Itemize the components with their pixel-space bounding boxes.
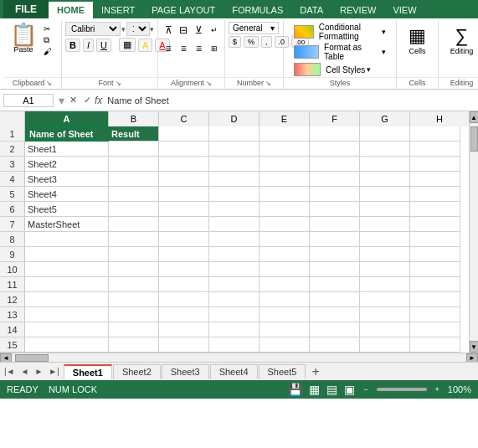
grid-cell[interactable] (310, 126, 360, 142)
col-header-d[interactable]: D (209, 111, 260, 126)
grid-cell[interactable] (209, 172, 260, 187)
grid-cell[interactable] (410, 172, 460, 187)
grid-cell[interactable] (310, 172, 360, 187)
grid-cell[interactable] (159, 187, 209, 202)
clipboard-expand-icon[interactable]: ↘ (46, 80, 52, 87)
grid-cell[interactable] (310, 202, 360, 217)
tab-insert[interactable]: INSERT (93, 2, 143, 18)
grid-cell[interactable] (260, 232, 310, 247)
grid-cell[interactable] (360, 292, 410, 307)
row-number[interactable]: 7 (0, 217, 25, 232)
grid-cell[interactable] (209, 262, 260, 277)
grid-cell[interactable] (159, 277, 209, 292)
wrap-text-button[interactable]: ↵ (208, 22, 221, 39)
cut-button[interactable]: ✂ (42, 23, 54, 34)
grid-cell[interactable] (410, 126, 460, 142)
grid-cell[interactable] (310, 322, 360, 337)
row-number[interactable]: 15 (0, 337, 25, 353)
font-size-select[interactable]: 11 (126, 22, 150, 36)
fill-color-button[interactable]: A (138, 39, 152, 52)
col-header-g[interactable]: G (360, 111, 410, 126)
grid-cell[interactable] (25, 307, 109, 322)
row-number[interactable]: 10 (0, 262, 25, 277)
horizontal-scrollbar[interactable]: ◄ ► (0, 353, 478, 362)
grid-cell[interactable] (310, 187, 360, 202)
grid-cell[interactable] (260, 187, 310, 202)
grid-cell[interactable] (25, 247, 109, 262)
h-scroll-thumb[interactable] (15, 354, 49, 362)
grid-cell[interactable] (410, 157, 460, 172)
grid-cell[interactable] (260, 292, 310, 307)
grid-cell[interactable] (109, 277, 159, 292)
grid-cell[interactable] (209, 307, 260, 322)
grid-cell[interactable] (360, 126, 410, 142)
grid-cell[interactable]: Result (109, 126, 159, 142)
scroll-thumb[interactable] (470, 126, 478, 152)
status-save-icon[interactable]: 💾 (288, 383, 302, 396)
grid-cell[interactable] (410, 142, 460, 157)
grid-cell[interactable] (209, 292, 260, 307)
grid-cell[interactable] (410, 232, 460, 247)
grid-cell[interactable] (159, 142, 209, 157)
grid-cell[interactable]: Sheet3 (25, 172, 109, 187)
grid-cell[interactable] (109, 322, 159, 337)
zoom-out-icon[interactable]: − (363, 385, 367, 394)
align-center-button[interactable]: ≡ (177, 40, 190, 57)
grid-cell[interactable] (310, 337, 360, 353)
grid-cell[interactable] (360, 232, 410, 247)
grid-cell[interactable] (310, 232, 360, 247)
grid-cell[interactable] (25, 277, 109, 292)
grid-cell[interactable] (360, 262, 410, 277)
grid-cell[interactable] (209, 142, 260, 157)
tab-review[interactable]: REVIEW (332, 2, 384, 18)
grid-cell[interactable] (410, 307, 460, 322)
merge-button[interactable]: ⊞ (208, 40, 221, 57)
status-page-layout-icon[interactable]: ▤ (326, 383, 337, 396)
copy-button[interactable]: ⧉ (42, 34, 54, 46)
grid-cell[interactable] (159, 322, 209, 337)
sheet-tab-sheet1[interactable]: Sheet1 (64, 364, 112, 379)
grid-cell[interactable] (109, 262, 159, 277)
row-number[interactable]: 2 (0, 142, 25, 157)
row-number[interactable]: 11 (0, 277, 25, 292)
percent-button[interactable]: % (244, 36, 259, 48)
grid-cell[interactable] (209, 337, 260, 353)
zoom-in-icon[interactable]: + (435, 385, 439, 394)
grid-cell[interactable] (159, 307, 209, 322)
grid-cell[interactable] (410, 337, 460, 353)
grid-cell[interactable] (209, 277, 260, 292)
grid-cell[interactable] (260, 307, 310, 322)
font-size-dropdown-icon[interactable]: ▾ (150, 25, 154, 33)
grid-cell[interactable] (25, 232, 109, 247)
scroll-left-button[interactable]: ◄ (0, 353, 12, 363)
comma-button[interactable]: , (261, 36, 272, 48)
grid-cell[interactable] (109, 292, 159, 307)
col-header-h[interactable]: H (410, 111, 469, 126)
cell-styles-button[interactable]: Cell Styles ▾ (289, 62, 391, 77)
grid-cell[interactable] (310, 307, 360, 322)
alignment-expand-icon[interactable]: ↘ (206, 80, 212, 87)
grid-cell[interactable]: Sheet2 (25, 157, 109, 172)
fat-dropdown-icon[interactable]: ▾ (382, 48, 386, 56)
paste-button[interactable]: 📋 Paste (7, 22, 40, 55)
grid-cell[interactable] (360, 142, 410, 157)
grid-cell[interactable] (410, 322, 460, 337)
cs-dropdown-icon[interactable]: ▾ (367, 65, 371, 74)
grid-cell[interactable] (159, 202, 209, 217)
scroll-up-button[interactable]: ▲ (470, 111, 479, 123)
grid-cell[interactable] (25, 292, 109, 307)
grid-cell[interactable] (260, 322, 310, 337)
row-number[interactable]: 1 (0, 126, 25, 142)
grid-cell[interactable] (310, 247, 360, 262)
row-number[interactable]: 4 (0, 172, 25, 187)
grid-cell[interactable] (360, 307, 410, 322)
grid-cell[interactable] (310, 277, 360, 292)
grid-cell[interactable] (310, 157, 360, 172)
grid-cell[interactable]: Sheet1 (25, 142, 109, 157)
grid-cell[interactable] (360, 322, 410, 337)
grid-cell[interactable] (109, 187, 159, 202)
scroll-down-button[interactable]: ▼ (470, 341, 479, 353)
grid-cell[interactable] (360, 157, 410, 172)
grid-cell[interactable] (410, 187, 460, 202)
sheet-tab-sheet5[interactable]: Sheet5 (259, 364, 306, 379)
